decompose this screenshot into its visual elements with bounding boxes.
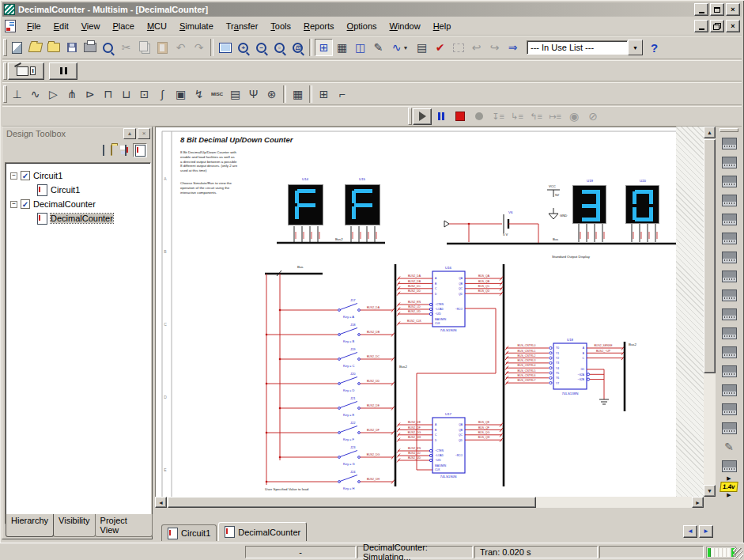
- power-button[interactable]: ↯: [190, 85, 208, 103]
- capture-area-button[interactable]: [449, 39, 467, 56]
- in-use-list-dropdown-button[interactable]: ▼: [628, 40, 643, 55]
- tree-label[interactable]: Circuit1: [51, 185, 80, 195]
- oscilloscope[interactable]: [718, 191, 740, 210]
- scroll-down-button[interactable]: ▼: [704, 485, 716, 497]
- mdi-restore-button[interactable]: [710, 20, 724, 32]
- misc-button[interactable]: MISC: [208, 85, 226, 103]
- open-sample-button[interactable]: [44, 39, 62, 56]
- minimize-button[interactable]: [694, 3, 708, 16]
- pause-button[interactable]: [432, 108, 451, 125]
- pause-at-breakpoint-button[interactable]: ◉: [565, 108, 583, 125]
- u18-74ls138[interactable]: U18 74LS138N BUS_CNTRL0 Y0 BUS_CNTRL1 Y1: [505, 338, 625, 404]
- checkbox-checked-icon[interactable]: ✓: [21, 171, 30, 180]
- spectrum-analyzer[interactable]: [718, 361, 740, 380]
- tab-circuit1[interactable]: Circuit1: [161, 524, 217, 541]
- zoom-fit-button[interactable]: ⊡: [289, 39, 307, 56]
- zoom-out-button[interactable]: −: [252, 39, 270, 56]
- horizontal-scrollbar[interactable]: ◄ ►: [155, 497, 704, 508]
- in-use-list-combo[interactable]: --- In Use List --- ▼: [527, 40, 643, 55]
- multimeter[interactable]: [718, 134, 740, 153]
- print-button[interactable]: [81, 39, 99, 56]
- zoom-area-button[interactable]: ▫: [270, 39, 289, 56]
- tab-scroll-right-button[interactable]: ►: [699, 525, 713, 538]
- design-toolbox-button[interactable]: ⊞: [315, 39, 333, 56]
- indicator-button[interactable]: ▣: [172, 85, 190, 103]
- menu-transfer[interactable]: Transfer: [220, 19, 265, 33]
- maximize-button[interactable]: [710, 3, 724, 16]
- menu-mcu[interactable]: MCU: [141, 19, 173, 33]
- checkbox-checked-icon[interactable]: ✓: [21, 199, 30, 209]
- toolbox-close-button[interactable]: ×: [138, 128, 150, 139]
- stop-button[interactable]: [451, 108, 470, 125]
- menu-window[interactable]: Window: [383, 19, 427, 33]
- key-switch[interactable]: BUS2_DB J18 Key = B: [266, 323, 395, 343]
- erc-button[interactable]: ✔: [431, 39, 449, 56]
- mcu-button[interactable]: ▦: [289, 85, 307, 103]
- menu-edit[interactable]: Edit: [47, 19, 75, 33]
- cmos-button[interactable]: ⊔: [117, 85, 135, 103]
- dynamic-probe-badge[interactable]: 1.4v: [720, 482, 738, 492]
- vertical-scrollbar[interactable]: ▲ ▼: [704, 127, 716, 497]
- menu-reports[interactable]: Reports: [297, 19, 341, 33]
- mdi-close-button[interactable]: ×: [726, 20, 740, 32]
- print-preview-button[interactable]: [99, 39, 117, 56]
- gnd-symbol[interactable]: GND: [549, 208, 567, 219]
- postprocessor-button[interactable]: ▤: [413, 39, 431, 56]
- export-button[interactable]: ⇒: [504, 39, 522, 56]
- labview-instrument-button[interactable]: [718, 456, 740, 475]
- key-switch[interactable]: BUS2_DE J21 Key = E: [279, 396, 395, 417]
- toolbox-close-doc-button[interactable]: [125, 146, 127, 155]
- tree-item-circuit1-root[interactable]: − ✓ Circuit1: [10, 169, 62, 182]
- u17-74ls190[interactable]: U17 74LS190N BUS2_DE A BUS2_DF B BUS2_DG: [397, 412, 503, 479]
- tree-item-decimalcounter-page[interactable]: DecimalCounter: [37, 212, 113, 225]
- function-generator[interactable]: [718, 153, 740, 172]
- tab-hierarchy[interactable]: Hierarchy: [6, 514, 54, 537]
- iv-analyzer[interactable]: [718, 324, 740, 342]
- battery-v6[interactable]: V6 5 V: [444, 210, 538, 243]
- tree-label[interactable]: DecimalCounter: [33, 199, 96, 209]
- back-annotate-button[interactable]: ↩: [467, 39, 485, 56]
- ttl-button[interactable]: ⊓: [99, 85, 117, 103]
- step-over-button[interactable]: ↳≡: [508, 108, 527, 125]
- more-instruments-arrow[interactable]: ▶: [727, 475, 731, 482]
- tab-visibility[interactable]: Visibility: [53, 514, 96, 537]
- document-icon[interactable]: [5, 20, 16, 32]
- run-button[interactable]: [413, 108, 432, 125]
- peripherals-button[interactable]: ▤: [226, 85, 244, 103]
- key-switch[interactable]: BUS2_DG J23 Key = G: [279, 445, 395, 466]
- horizontal-scroll-thumb[interactable]: [168, 497, 536, 508]
- scroll-left-button[interactable]: ◄: [155, 497, 167, 508]
- step-into-button[interactable]: ↧≡: [489, 108, 508, 125]
- pause-sim-button[interactable]: [49, 62, 77, 80]
- toolbox-dock-button[interactable]: [133, 143, 147, 157]
- scroll-up-button[interactable]: ▲: [704, 127, 716, 138]
- grapher-button[interactable]: ∿▼: [387, 39, 413, 56]
- agilent-function-generator[interactable]: [718, 399, 740, 418]
- run-toggle-button[interactable]: I: [8, 62, 44, 80]
- toolbox-new-button[interactable]: [103, 146, 104, 155]
- vertical-scroll-thumb[interactable]: [704, 139, 716, 373]
- collapse-icon[interactable]: −: [10, 172, 17, 180]
- probe-dropdown-arrow[interactable]: ▶: [727, 492, 731, 498]
- frequency-counter[interactable]: [718, 248, 740, 267]
- hierarchical-block-button[interactable]: ⊞: [315, 85, 333, 103]
- agilent-oscilloscope[interactable]: [718, 418, 740, 437]
- tree-label[interactable]: Circuit1: [33, 171, 62, 180]
- scroll-right-button[interactable]: ►: [692, 497, 704, 508]
- rf-button[interactable]: Ψ: [244, 85, 262, 103]
- menu-tools[interactable]: Tools: [264, 19, 297, 33]
- database-manager-button[interactable]: ◫: [351, 39, 369, 56]
- source-button[interactable]: ⊥: [8, 85, 26, 103]
- logic-analyzer[interactable]: [718, 286, 740, 305]
- analog-button[interactable]: ⊳: [81, 85, 99, 103]
- vcc-symbol[interactable]: VCC 5V: [547, 184, 560, 197]
- save-button[interactable]: [62, 39, 81, 56]
- run-to-cursor-button[interactable]: ↦≡: [546, 108, 565, 125]
- tree-item-circuit1-page[interactable]: Circuit1: [37, 184, 80, 196]
- schematic-canvas[interactable]: ABCDE 8 Bit Decimal Up/Down Counter 8 Bi…: [155, 127, 716, 508]
- key-switch[interactable]: BUS2_DD J20 Key = D: [266, 372, 395, 392]
- menu-options[interactable]: Options: [341, 19, 383, 33]
- spreadsheet-view-button[interactable]: ▦: [333, 39, 351, 56]
- measurement-probe-button[interactable]: ✎: [718, 437, 740, 456]
- record-button[interactable]: [470, 108, 489, 125]
